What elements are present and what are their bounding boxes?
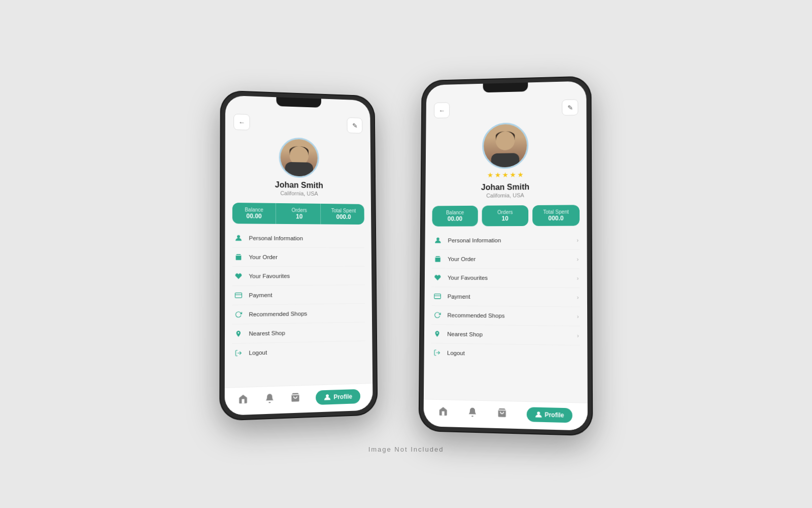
- back-button-right[interactable]: ←: [434, 102, 450, 118]
- person-icon-left: [233, 233, 244, 243]
- avatar-head-right: [496, 131, 515, 150]
- header-bar-left: ← ✎: [225, 109, 370, 136]
- avatar-left: [279, 137, 319, 178]
- stat-balance-label-right: Balance: [434, 209, 476, 215]
- stat-balance-label-left: Balance: [234, 207, 274, 213]
- heart-icon-left: [233, 271, 244, 281]
- avatar-section-left: Johan Smith California, USA: [225, 132, 371, 199]
- chevron-order-right: ›: [577, 256, 579, 262]
- cart-nav-left[interactable]: [290, 392, 300, 405]
- bell-nav-right[interactable]: [467, 406, 478, 420]
- profile-nav-label-right: Profile: [545, 411, 564, 419]
- stat-orders-value-left: 10: [280, 212, 318, 220]
- stat-spent-label-left: Total Spent: [325, 207, 362, 213]
- personal-info-label-right: Personal Information: [448, 237, 577, 243]
- home-nav-right[interactable]: [438, 405, 448, 419]
- order-label-right: Your Order: [448, 256, 577, 262]
- chevron-personal-right: ›: [577, 237, 579, 243]
- payment-label-right: Payment: [448, 293, 577, 300]
- payment-label-left: Payment: [249, 291, 364, 298]
- profile-nav-label-left: Profile: [333, 393, 352, 400]
- favourites-label-left: Your Favourites: [249, 272, 363, 279]
- chevron-nearest-right: ›: [577, 332, 579, 338]
- menu-payment-right[interactable]: Payment ›: [431, 287, 580, 307]
- logout-icon-right: [432, 347, 442, 358]
- logout-icon-left: [233, 347, 244, 358]
- stat-orders-label-right: Orders: [484, 209, 527, 215]
- star-5: ★: [517, 170, 524, 178]
- watermark: Image Not Included: [368, 446, 444, 453]
- cart-icon-left: [233, 251, 244, 262]
- menu-personal-info-left[interactable]: Personal Information: [232, 229, 365, 248]
- stats-bar-right: Balance 00.00 Orders 10 Total Spent 000.…: [432, 205, 580, 226]
- user-location-right: California, USA: [486, 192, 524, 199]
- star-2: ★: [494, 171, 501, 179]
- menu-nearest-right[interactable]: Nearest Shop ›: [431, 325, 580, 345]
- cart-nav-right[interactable]: [497, 407, 507, 420]
- stat-orders-label-left: Orders: [280, 207, 318, 213]
- stat-balance-right: Balance 00.00: [432, 205, 478, 226]
- avatar-image-right: [484, 123, 527, 167]
- svg-point-13: [537, 411, 540, 415]
- stat-spent-value-left: 000.0: [325, 213, 362, 220]
- bottom-nav-left: Profile: [225, 383, 373, 416]
- nearest-label-left: Nearest Shop: [249, 328, 364, 336]
- stat-balance-value-right: 00.00: [434, 215, 476, 222]
- edit-button-left[interactable]: ✎: [347, 117, 362, 134]
- menu-recommended-right[interactable]: Recommended Shops ›: [431, 306, 580, 326]
- menu-personal-info-right[interactable]: Personal Information ›: [432, 231, 580, 249]
- menu-order-left[interactable]: Your Order: [232, 247, 365, 267]
- avatar-section-right: ★ ★ ★ ★ ★ Johan Smith California, USA: [425, 117, 587, 201]
- back-button-left[interactable]: ←: [233, 113, 250, 130]
- phone-left: ← ✎ Johan Smith: [219, 90, 378, 421]
- bell-nav-left[interactable]: [264, 392, 275, 405]
- phone-right: ← ✎ ★: [419, 76, 593, 436]
- profile-nav-btn-left[interactable]: Profile: [316, 389, 360, 404]
- stats-bar-left: Balance 00.00 Orders 10 Total Spent 000.…: [232, 202, 364, 224]
- payment-icon-left: [233, 290, 244, 301]
- location-icon-right: [432, 329, 443, 339]
- menu-logout-left[interactable]: Logout: [232, 341, 365, 362]
- recommended-icon-left: [233, 309, 244, 320]
- star-1: ★: [487, 171, 493, 179]
- person-icon-right: [433, 235, 443, 245]
- stat-balance-left: Balance 00.00: [232, 202, 276, 224]
- edit-button-right[interactable]: ✎: [562, 99, 578, 115]
- nearest-label-right: Nearest Shop: [447, 331, 577, 338]
- phone-notch-left: [276, 97, 321, 108]
- stat-spent-left: Total Spent 000.0: [323, 203, 364, 224]
- avatar-right: [482, 122, 528, 169]
- menu-logout-right[interactable]: Logout: [431, 343, 580, 364]
- menu-nearest-left[interactable]: Nearest Shop: [232, 322, 365, 343]
- cart-icon-right: [433, 253, 443, 264]
- avatar-body-right: [491, 153, 520, 167]
- payment-icon-right: [432, 291, 443, 301]
- menu-payment-left[interactable]: Payment: [232, 285, 365, 305]
- menu-recommended-left[interactable]: Recommended Shops: [232, 303, 365, 324]
- stat-orders-left: Orders 10: [278, 203, 321, 224]
- favourites-label-right: Your Favourites: [448, 274, 577, 281]
- avatar-body-left: [285, 162, 313, 176]
- stat-balance-value-left: 00.00: [234, 212, 274, 220]
- user-location-left: California, USA: [280, 190, 318, 197]
- profile-nav-btn-right[interactable]: Profile: [526, 407, 572, 423]
- home-nav-left[interactable]: [238, 393, 249, 407]
- menu-list-right: Personal Information › Your Order ›: [424, 229, 588, 402]
- stars-row-right: ★ ★ ★ ★ ★: [487, 170, 523, 179]
- recommended-icon-right: [432, 310, 443, 320]
- menu-order-right[interactable]: Your Order ›: [432, 249, 580, 268]
- stat-spent-value-right: 000.0: [534, 214, 578, 221]
- phone-screen-right: ← ✎ ★: [423, 81, 588, 430]
- star-4: ★: [510, 170, 516, 178]
- menu-favourites-left[interactable]: Your Favourites: [232, 266, 365, 285]
- user-name-left: Johan Smith: [275, 180, 323, 190]
- phones-container: ← ✎ Johan Smith: [221, 76, 591, 431]
- recommended-label-left: Recommended Shops: [249, 309, 364, 317]
- svg-point-7: [436, 237, 439, 240]
- avatar-image-left: [281, 139, 318, 176]
- stat-spent-label-right: Total Spent: [534, 209, 578, 215]
- order-label-left: Your Order: [249, 253, 363, 260]
- phone-screen-left: ← ✎ Johan Smith: [225, 95, 373, 415]
- header-bar-right: ← ✎: [426, 95, 587, 120]
- menu-favourites-right[interactable]: Your Favourites ›: [431, 268, 580, 288]
